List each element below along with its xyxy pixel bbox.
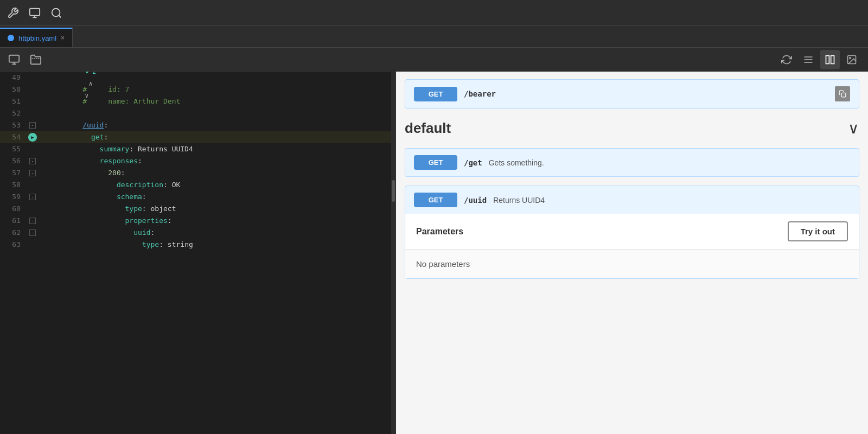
menu-icon[interactable]	[799, 50, 818, 69]
refresh-icon[interactable]	[777, 50, 796, 69]
fold-marker[interactable]: -	[29, 229, 36, 236]
line-number: 50	[0, 84, 27, 95]
scrollbar-thumb[interactable]	[392, 180, 395, 202]
image-icon[interactable]	[842, 50, 861, 69]
get-method-badge-2[interactable]: GET	[414, 155, 457, 170]
swagger-preview: GET /bearer default ∨ GET /get Gets some…	[396, 72, 868, 434]
tab-close-button[interactable]: ×	[61, 34, 65, 42]
copy-icon-area	[835, 86, 850, 101]
line-number: 58	[0, 179, 27, 191]
line-gutter[interactable]: -	[27, 194, 38, 200]
uuid-method-badge[interactable]: GET	[414, 193, 457, 207]
default-section-header[interactable]: default ∨	[396, 113, 868, 144]
line-number: 62	[0, 227, 27, 239]
svg-rect-2	[9, 55, 19, 62]
svg-point-1	[52, 8, 60, 16]
line-number: 52	[0, 107, 27, 119]
parameters-row: Parameters Try it out	[405, 214, 859, 250]
svg-rect-7	[831, 55, 834, 63]
secondary-toolbar	[0, 48, 868, 72]
tab-label: httpbin.yaml	[18, 34, 56, 42]
parameters-label: Parameters	[416, 227, 463, 237]
file-tab[interactable]: httpbin.yaml ×	[0, 28, 73, 47]
wrench-icon[interactable]	[7, 7, 20, 20]
code-editor: 49 # application/js ✔ 2 ∧ ∨ 50 #	[0, 72, 396, 434]
code-key: type	[82, 240, 159, 248]
chevron-down-icon[interactable]: ∨	[848, 119, 859, 137]
tab-dot	[8, 35, 14, 41]
line-content: type: string	[38, 227, 395, 263]
line-number: 60	[0, 203, 27, 215]
svg-rect-10	[841, 93, 846, 97]
line-number: 61	[0, 215, 27, 227]
play-icon[interactable]	[28, 7, 41, 20]
line-number: 56	[0, 155, 27, 167]
fold-marker[interactable]: -	[29, 122, 36, 129]
tab-bar: httpbin.yaml ×	[0, 26, 868, 48]
default-section-title: default	[405, 120, 451, 137]
line-number: 54	[0, 131, 27, 143]
code-lines: 49 # application/js ✔ 2 ∧ ∨ 50 #	[0, 72, 395, 434]
get-path: /get	[464, 158, 482, 167]
exec-icon[interactable]: ▶	[28, 133, 37, 142]
fold-marker[interactable]: -	[29, 170, 36, 176]
play2-icon[interactable]	[7, 52, 22, 67]
line-number: 49	[0, 72, 27, 84]
line-gutter[interactable]: -	[27, 218, 38, 224]
line-number: 53	[0, 119, 27, 131]
folder-icon[interactable]	[28, 52, 43, 67]
code-line-63: 63 type: string	[0, 239, 395, 251]
fold-marker[interactable]: -	[29, 158, 36, 164]
line-number: 63	[0, 239, 27, 251]
search-icon[interactable]	[50, 7, 63, 20]
line-number: 59	[0, 191, 27, 203]
columns-icon[interactable]	[820, 50, 840, 69]
code-line-51: 51 # name: Arthur Dent	[0, 95, 395, 107]
fold-marker[interactable]: -	[29, 218, 36, 224]
line-number: 55	[0, 143, 27, 155]
svg-rect-0	[30, 8, 40, 15]
uuid-header-row[interactable]: GET /uuid Returns UUID4	[405, 186, 859, 214]
line-number: 57	[0, 167, 27, 179]
main-content: 49 # application/js ✔ 2 ∧ ∨ 50 #	[0, 72, 868, 434]
get-desc: Gets something.	[489, 158, 544, 167]
scrollbar-track[interactable]	[391, 72, 395, 434]
line-gutter[interactable]: -	[27, 229, 38, 236]
uuid-body: Parameters Try it out No parameters	[405, 214, 859, 278]
get-method-badge[interactable]: GET	[414, 87, 457, 101]
fold-marker[interactable]: -	[29, 194, 36, 200]
svg-point-9	[850, 57, 851, 59]
line-number: 51	[0, 95, 27, 107]
uuid-path: /uuid	[464, 196, 487, 205]
try-it-out-button[interactable]: Try it out	[788, 221, 848, 241]
line-gutter: ▶	[27, 133, 38, 142]
line-gutter[interactable]: -	[27, 170, 38, 176]
code-comment: # name: Arthur Dent	[82, 97, 180, 105]
svg-rect-6	[826, 55, 829, 63]
line-gutter[interactable]: -	[27, 122, 38, 129]
get-endpoint-row[interactable]: GET /get Gets something.	[405, 148, 859, 177]
right-toolbar-icons	[777, 50, 861, 69]
line-gutter[interactable]: -	[27, 158, 38, 164]
no-parameters-text: No parameters	[405, 250, 859, 278]
uuid-endpoint-box: GET /uuid Returns UUID4 Parameters Try i…	[405, 186, 859, 279]
bearer-path: /bearer	[464, 90, 496, 98]
top-toolbar	[0, 0, 868, 26]
copy-button[interactable]	[835, 86, 850, 101]
uuid-desc: Returns UUID4	[493, 196, 545, 205]
bearer-endpoint-row[interactable]: GET /bearer	[405, 79, 859, 108]
